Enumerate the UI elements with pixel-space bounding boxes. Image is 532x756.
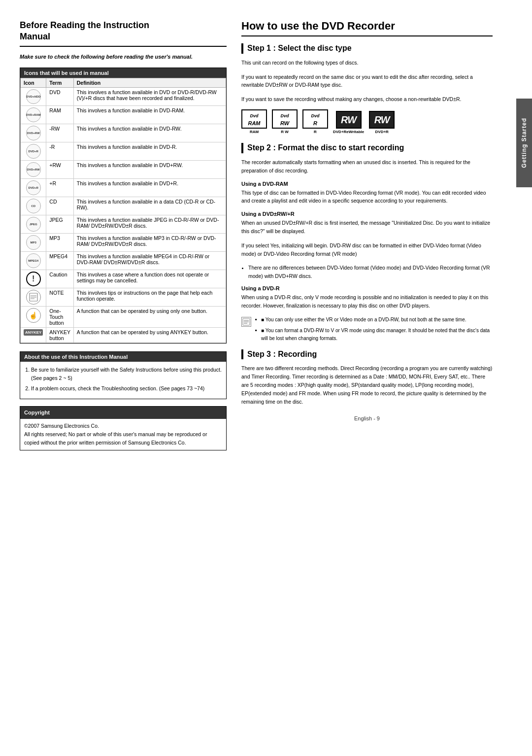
term-cell: MP3 [46, 234, 73, 252]
table-row: NOTEThis involves tips or instructions o… [21, 288, 226, 307]
term-cell: -R [46, 142, 73, 161]
note-item: ■ You can only use either the VR or Vide… [255, 316, 493, 324]
table-row: MPEG4MPEG4This involves a function avail… [21, 252, 226, 270]
disc-icon-ram: Dvd RAM RAM [241, 109, 267, 134]
definition-cell: This involves a function available in DV… [73, 142, 226, 161]
step2-sub2-title: Using a DVD±RW/+R [241, 211, 493, 217]
step2-heading: Step 2 : Format the disc to start record… [241, 143, 493, 153]
icon-cell: DVD+R [21, 179, 46, 197]
col-icon: Icon [21, 78, 46, 88]
disc-label-r: R [314, 130, 317, 134]
step2-sub1-title: Using a DVD-RAM [241, 181, 493, 187]
table-row: ANYKEYANYKEY buttonA function that can b… [21, 328, 226, 343]
term-cell: +RW [46, 161, 73, 179]
table-row: DVD+R-RThis involves a function availabl… [21, 142, 226, 161]
about-box-content: Be sure to familiarize yourself with the… [20, 362, 226, 398]
icons-table-wrapper: Icons that will be used in manual Icon T… [20, 68, 227, 344]
note-content: ■ You can only use either the VR or Vide… [255, 316, 493, 345]
disc-icon-plus-r: RW DVD+R [369, 111, 395, 134]
icons-table-header: Icons that will be used in manual [20, 68, 226, 78]
icons-table: Icon Term Definition DVD+HDDDVDThis invo… [20, 78, 226, 343]
table-row: !CautionThis involves a case where a fun… [21, 270, 226, 288]
term-cell: CD [46, 197, 73, 215]
term-cell: +R [46, 179, 73, 197]
disc-icon-plus-rw: RW DVD+ReWritable [333, 111, 364, 134]
icon-cell: ☝ [21, 307, 46, 328]
disc-label-ram: RAM [250, 130, 259, 134]
icon-cell: DVD+RAM [21, 106, 46, 124]
step3-text: There are two different recording method… [241, 364, 493, 406]
disc-icons-row: Dvd RAM RAM Dvd RW R W Dvd R [241, 109, 493, 134]
definition-cell: This involves a function available in DV… [73, 124, 226, 142]
step1-text1: This unit can record on the following ty… [241, 59, 493, 67]
icon-cell: JPEG [21, 215, 46, 234]
table-row: ☝One-Touch buttonA function that can be … [21, 307, 226, 328]
step2-sub2-bullet: There are no differences between DVD-Vid… [241, 264, 493, 280]
disc-logo-rw: Dvd RW [272, 109, 298, 129]
step2-note-section: ■ You can only use either the VR or Vide… [241, 316, 493, 345]
right-column: How to use the DVD Recorder Step 1 : Sel… [241, 20, 512, 736]
copyright-line: ©2007 Samsung Electronics Co. [24, 422, 222, 430]
copyright-content: ©2007 Samsung Electronics Co.All rights … [24, 422, 222, 447]
step2-sub3-title: Using a DVD-R [241, 285, 493, 291]
table-row: MP3MP3This involves a function available… [21, 234, 226, 252]
step2-subsections: Using a DVD-RAM This type of disc can be… [241, 181, 493, 310]
step2-sub2-text2: If you select Yes, initializing will beg… [241, 241, 493, 258]
term-cell: RAM [46, 106, 73, 124]
disc-label-plus-r: DVD+R [375, 130, 389, 134]
main-title: How to use the DVD Recorder [241, 20, 493, 36]
definition-cell: This involves a function available in DV… [73, 106, 226, 124]
table-row: DVD+RAMRAMThis involves a function avail… [21, 106, 226, 124]
note-icon [241, 317, 251, 327]
definition-cell: This involves a function available in DV… [73, 161, 226, 179]
step2-intro: The recorder automatically starts format… [241, 158, 493, 175]
col-definition: Definition [73, 78, 226, 88]
disc-logo-ram: Dvd RAM [241, 109, 267, 129]
copyright-box: Copyright ©2007 Samsung Electronics Co.A… [20, 406, 227, 450]
definition-cell: A function that can be operated by using… [73, 328, 226, 343]
term-cell: ANYKEY button [46, 328, 73, 343]
side-tab: Getting Started [516, 99, 532, 187]
disc-icon-r: Dvd R R [302, 109, 328, 134]
copyright-header: Copyright [20, 407, 226, 419]
term-cell: Caution [46, 270, 73, 288]
about-box: About the use of this Instruction Manual… [20, 351, 227, 399]
about-item: If a problem occurs, check the Troublesh… [31, 384, 222, 393]
term-cell: -RW [46, 124, 73, 142]
step1-text2: If you want to repeatedly record on the … [241, 73, 493, 90]
icon-cell: DVD+RW [21, 124, 46, 142]
term-cell: DVD [46, 88, 73, 106]
icon-cell: DVD+RW [21, 161, 46, 179]
step2-sub3-text: When using a DVD-R disc, only V mode rec… [241, 293, 493, 310]
icon-cell: CD [21, 197, 46, 215]
step1-heading: Step 1 : Select the disc type [241, 43, 493, 54]
term-cell: One-Touch button [46, 307, 73, 328]
col-term: Term [46, 78, 73, 88]
bullet-item: There are no differences between DVD-Vid… [248, 264, 493, 280]
disc-label-rw: R W [281, 130, 289, 134]
side-tab-label: Getting Started [521, 118, 528, 168]
disc-logo-plus-rw: RW [336, 111, 362, 129]
icon-cell: DVD+R [21, 142, 46, 161]
definition-cell: This involves a function available MPEG4… [73, 252, 226, 270]
icon-cell: ANYKEY [21, 328, 46, 343]
table-row: DVD+R+RThis involves a function availabl… [21, 179, 226, 197]
table-row: DVD+HDDDVDThis involves a function avail… [21, 88, 226, 106]
definition-cell: This involves a function available in DV… [73, 88, 226, 106]
definition-cell: This involves a function available MP3 i… [73, 234, 226, 252]
definition-cell: This involves a function available in DV… [73, 179, 226, 197]
about-item: Be sure to familiarize yourself with the… [31, 366, 222, 382]
definition-cell: This involves a function available in a … [73, 197, 226, 215]
about-box-header: About the use of this Instruction Manual [20, 352, 226, 362]
disc-icon-rw: Dvd RW R W [272, 109, 298, 134]
icon-cell: MPEG4 [21, 252, 46, 270]
disc-logo-plus-r: RW [369, 111, 395, 129]
left-intro: Make sure to check the following before … [20, 53, 227, 61]
term-cell: JPEG [46, 215, 73, 234]
note-item: ■ You can format a DVD-RW to V or VR mod… [255, 327, 493, 343]
term-cell: MPEG4 [46, 252, 73, 270]
page-footer: English - 9 [241, 415, 493, 421]
left-title: Before Reading the Instruction Manual [20, 20, 227, 47]
definition-cell: This involves a function available JPEG … [73, 215, 226, 234]
disc-logo-r: Dvd R [302, 109, 328, 129]
